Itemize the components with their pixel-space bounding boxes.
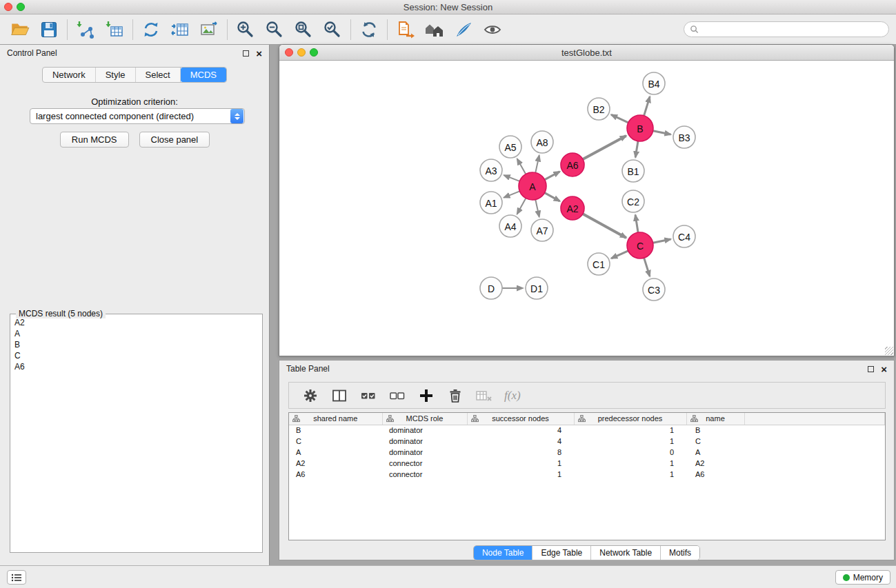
- run-mcds-button[interactable]: Run MCDS: [60, 132, 129, 148]
- search-input[interactable]: [701, 23, 888, 36]
- resize-handle[interactable]: [885, 347, 893, 355]
- table-cell[interactable]: 4: [467, 425, 574, 436]
- column-header-label[interactable]: name: [706, 414, 725, 423]
- result-item[interactable]: A6: [14, 361, 258, 372]
- graph-edge-C-C4[interactable]: [653, 239, 671, 243]
- graph-edge-A-A4[interactable]: [517, 199, 526, 214]
- task-history-button[interactable]: [7, 570, 26, 585]
- column-header[interactable]: successor nodes: [467, 413, 574, 425]
- function-builder-icon[interactable]: f(x): [504, 389, 521, 403]
- result-item[interactable]: B: [14, 339, 258, 350]
- table-cell[interactable]: B: [289, 425, 382, 436]
- table-cell[interactable]: 0: [574, 447, 686, 458]
- graph-edge-A-A3[interactable]: [504, 175, 520, 181]
- eye-icon[interactable]: [481, 18, 504, 41]
- table-cell[interactable]: 1: [574, 469, 686, 480]
- table-cell[interactable]: A2: [289, 458, 382, 469]
- zoom-window-icon[interactable]: [17, 3, 25, 11]
- network-canvas[interactable]: B4B2BB3A5A8A6A3B1AC2A1A2A4A7C4CC1C3DD1: [279, 61, 894, 356]
- column-header[interactable]: MCDS role: [382, 413, 467, 425]
- table-cell[interactable]: 1: [574, 458, 686, 469]
- table-cell[interactable]: A6: [686, 469, 744, 480]
- table-cell[interactable]: 1: [574, 436, 686, 447]
- graph-edge-A-A8[interactable]: [535, 156, 539, 173]
- table-cell[interactable]: C: [289, 436, 382, 447]
- table-cell[interactable]: A2: [686, 458, 744, 469]
- zoom-selected-icon[interactable]: [321, 18, 344, 41]
- graph-edge-A6-B[interactable]: [583, 136, 626, 159]
- zoom-out-icon[interactable]: [263, 18, 286, 41]
- tab-node-table[interactable]: Node Table: [474, 546, 533, 560]
- table-cell[interactable]: C: [686, 436, 744, 447]
- table-cell[interactable]: A6: [289, 469, 382, 480]
- table-row[interactable]: A6connector11A6: [289, 469, 885, 480]
- column-header[interactable]: predecessor nodes: [574, 413, 686, 425]
- column-header-label[interactable]: predecessor nodes: [598, 414, 663, 423]
- table-cell[interactable]: 1: [467, 469, 574, 480]
- tab-network-table[interactable]: Network Table: [591, 546, 661, 560]
- mcds-result-list[interactable]: A2ABCA6: [10, 314, 262, 375]
- gear-icon[interactable]: [301, 387, 319, 405]
- close-panel-button[interactable]: Close panel: [139, 132, 210, 148]
- table-row[interactable]: Bdominator41B: [289, 425, 885, 436]
- table-cell[interactable]: A: [289, 447, 382, 458]
- graph-edge-A-A6[interactable]: [545, 172, 560, 180]
- delete-column-icon[interactable]: [446, 387, 464, 405]
- graph-edge-B-B2[interactable]: [611, 114, 628, 123]
- graph-edge-C-C2[interactable]: [635, 215, 638, 232]
- export-image-icon[interactable]: [197, 18, 221, 41]
- network-graph[interactable]: B4B2BB3A5A8A6A3B1AC2A1A2A4A7C4CC1C3DD1: [279, 61, 894, 356]
- column-header-label[interactable]: shared name: [313, 414, 357, 423]
- table-cell[interactable]: dominator: [382, 436, 467, 447]
- table-cell[interactable]: connector: [382, 458, 467, 469]
- float-panel-icon[interactable]: [243, 50, 249, 57]
- graphics-details-icon[interactable]: [452, 18, 475, 41]
- table-row[interactable]: Cdominator41C: [289, 436, 885, 447]
- optimization-criterion-select[interactable]: largest connected component (directed): [30, 108, 245, 124]
- minimize-network-icon[interactable]: [297, 48, 306, 57]
- table-cell[interactable]: A: [686, 447, 744, 458]
- memory-button[interactable]: Memory: [835, 570, 890, 585]
- graph-edge-B-B3[interactable]: [653, 131, 671, 134]
- graph-edge-C-C1[interactable]: [611, 251, 628, 258]
- result-item[interactable]: A: [14, 328, 258, 339]
- close-table-panel-icon[interactable]: ×: [881, 364, 887, 374]
- close-window-icon[interactable]: [4, 3, 12, 11]
- tab-select[interactable]: Select: [136, 68, 181, 82]
- float-table-panel-icon[interactable]: [868, 366, 874, 372]
- save-session-icon[interactable]: [37, 18, 61, 41]
- column-settings-icon[interactable]: [330, 387, 348, 405]
- search-field[interactable]: [684, 21, 889, 37]
- column-header-label[interactable]: MCDS role: [406, 414, 444, 423]
- open-session-icon[interactable]: [8, 18, 32, 41]
- table-cell[interactable]: 1: [467, 458, 574, 469]
- first-neighbors-icon[interactable]: [394, 18, 417, 41]
- zoom-fit-icon[interactable]: [292, 18, 315, 41]
- close-panel-icon[interactable]: ×: [256, 48, 262, 59]
- table-cell[interactable]: 1: [574, 425, 686, 436]
- graph-edge-A-A7[interactable]: [535, 200, 539, 217]
- import-network-icon[interactable]: [74, 18, 97, 41]
- graph-edge-C-C3[interactable]: [644, 258, 650, 276]
- new-table-icon[interactable]: [168, 18, 192, 41]
- tab-edge-table[interactable]: Edge Table: [532, 546, 591, 560]
- table-row[interactable]: Adominator80A: [289, 447, 885, 458]
- tab-mcds[interactable]: MCDS: [181, 68, 226, 82]
- import-table-icon[interactable]: [103, 18, 126, 41]
- table-cell[interactable]: connector: [382, 469, 467, 480]
- close-network-icon[interactable]: [285, 48, 293, 57]
- tab-style[interactable]: Style: [96, 68, 136, 82]
- tab-motifs[interactable]: Motifs: [661, 546, 699, 560]
- result-item[interactable]: C: [14, 350, 258, 361]
- zoom-network-icon[interactable]: [310, 48, 318, 57]
- result-item[interactable]: A2: [14, 317, 258, 328]
- table-cell[interactable]: 8: [467, 447, 574, 458]
- graph-edge-B-B1[interactable]: [635, 141, 638, 157]
- tab-network[interactable]: Network: [43, 68, 96, 82]
- column-header[interactable]: shared name: [289, 413, 382, 425]
- show-panels-icon[interactable]: [423, 18, 446, 41]
- select-all-icon[interactable]: [359, 387, 377, 405]
- graph-edge-A-A2[interactable]: [545, 193, 560, 201]
- table-cell[interactable]: dominator: [382, 447, 467, 458]
- graph-edge-A-A5[interactable]: [517, 159, 526, 174]
